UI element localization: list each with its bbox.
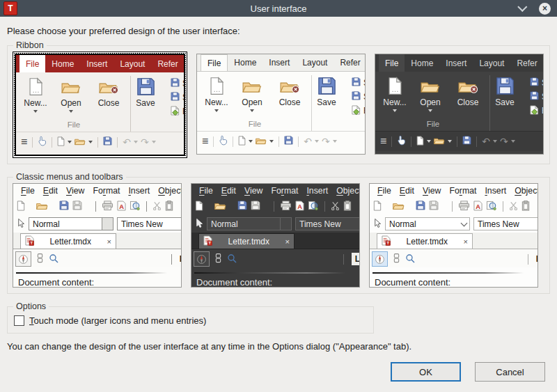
save-all-icon <box>171 92 180 103</box>
mini-save-all-button: Sa <box>171 92 185 103</box>
new-document-icon <box>416 136 424 148</box>
mini-quick-access-toolbar: ≡ ↶ ↷ <box>197 131 366 151</box>
mini-open-button: Open <box>233 74 271 120</box>
classic-preview-light[interactable]: File Edit View Format Insert Object A <box>13 183 182 288</box>
open-folder-icon <box>256 136 267 147</box>
intro-text: Please choose your preferred design of t… <box>7 26 550 36</box>
save-icon <box>136 75 155 98</box>
pdf-export-icon: A <box>473 201 483 213</box>
print-icon <box>280 201 292 213</box>
save-as-icon <box>171 78 180 89</box>
mini-standard-toolbar: A <box>370 198 538 215</box>
ruler-corner-fragment: L <box>536 254 538 264</box>
mini-menu-object: Object <box>332 186 360 196</box>
mini-object-toolbar: L <box>191 249 359 267</box>
save-icon <box>284 136 293 147</box>
mini-close-button: Close <box>90 75 127 120</box>
close-document-icon <box>458 75 478 97</box>
style-combobox: Normal <box>385 217 470 230</box>
mini-tab-home: Home <box>45 55 80 72</box>
cursor-arrow-icon <box>17 218 25 230</box>
ribbon-preview-row: File Home Insert Layout Refer New... Ope… <box>13 52 544 158</box>
new-document-icon <box>210 75 224 97</box>
checkbox-box[interactable] <box>14 315 24 326</box>
mini-format-toolbar: Normal Times New <box>191 215 360 233</box>
mini-tab-file: File <box>201 54 228 71</box>
mini-new-button: New... <box>200 74 233 120</box>
mini-ribbon-group-label: File <box>375 120 491 131</box>
mini-format-toolbar: Normal Times New <box>13 215 182 233</box>
navigate-compass-icon <box>372 251 388 267</box>
redo-icon: ↷ <box>500 136 508 146</box>
mini-standard-toolbar: A <box>13 198 182 215</box>
mini-save-as-button: Sa <box>530 77 544 88</box>
mini-tab-file: File <box>19 55 45 72</box>
new-document-icon <box>17 201 25 213</box>
pdf-export-icon: A <box>295 201 304 213</box>
cancel-button[interactable]: Cancel <box>475 362 545 382</box>
paste-clipboard-icon <box>521 201 530 213</box>
shade-button[interactable] <box>517 3 528 14</box>
save-icon <box>237 201 247 212</box>
save-all-icon <box>352 91 361 102</box>
undo-icon: ↶ <box>304 136 312 146</box>
mini-save-button: Save <box>127 75 164 120</box>
dropdown-arrow-icon <box>134 141 138 143</box>
ribbon-preview-colorful[interactable]: File Home Insert Layout Refer New... Ope… <box>13 52 187 158</box>
mini-epub-button: EP <box>352 105 366 117</box>
save-icon <box>496 75 515 97</box>
mini-tab-insert: Insert <box>80 55 113 72</box>
mini-open-button: Open <box>52 75 90 120</box>
dropdown-arrow-icon <box>68 141 72 143</box>
dropdown-arrow-icon <box>493 140 497 143</box>
mini-tab-insert: Insert <box>439 54 473 72</box>
touch-mode-checkbox[interactable]: Touch mode (larger icons and menu entrie… <box>13 313 368 327</box>
mini-menu-file: File <box>373 186 395 196</box>
dropdown-arrow-icon <box>33 110 38 113</box>
save-icon <box>416 201 425 212</box>
classic-preview-dark[interactable]: File Edit View Format Insert Object A <box>191 183 360 288</box>
svg-text:A: A <box>476 203 480 210</box>
classic-preview-modern[interactable]: File Edit View Format Insert Object A <box>369 183 538 288</box>
ribbon-separator <box>130 76 131 132</box>
save-all-icon <box>251 201 260 212</box>
mini-close-button: Close <box>271 74 308 120</box>
dropdown-arrow-icon <box>250 109 254 112</box>
ribbon-preview-dark[interactable]: File Home Insert Layout Refer New... Ope… <box>375 54 544 155</box>
new-document-icon <box>57 136 65 148</box>
save-as-icon <box>352 77 361 88</box>
mini-menu-view: View <box>62 186 88 196</box>
mini-document-tab: T Letter.tmdx × <box>377 233 473 249</box>
search-icon <box>405 253 415 265</box>
mini-save-button: Save <box>308 74 345 120</box>
mini-tab-references: Refer <box>510 54 543 72</box>
mini-tab-references: Refer <box>334 54 366 71</box>
mini-menu-insert: Insert <box>480 186 510 196</box>
ruler-corner-fragment: L <box>180 254 182 264</box>
cursor-arrow-icon <box>195 218 203 230</box>
ribbon-preview-light[interactable]: File Home Insert Layout Refer New... Ope… <box>196 54 366 155</box>
mini-new-button: New... <box>378 74 411 120</box>
mini-document-content: Document content: <box>370 274 538 287</box>
ok-button[interactable]: OK <box>391 362 461 382</box>
window-title: User interface <box>0 3 557 14</box>
open-folder-icon <box>434 136 445 147</box>
mini-ribbon-group-label: File <box>197 120 313 131</box>
close-button[interactable]: × <box>539 3 551 15</box>
mini-ribbon-tabbar: File Home Insert Layout Refer <box>197 54 366 72</box>
mini-quick-access-toolbar: ≡ ↶ ↷ <box>375 131 544 151</box>
mini-ribbon-ui: File Home Insert Layout Refer New... Ope… <box>15 54 185 156</box>
dropdown-arrow-icon <box>393 109 397 112</box>
redo-icon: ↷ <box>322 136 330 146</box>
print-icon <box>102 201 113 213</box>
svg-text:A: A <box>297 203 302 210</box>
mini-classic-ui: File Edit View Format Insert Object A <box>369 183 538 288</box>
hamburger-menu-icon: ≡ <box>202 136 208 147</box>
close-document-icon <box>99 75 118 98</box>
mini-document-tabbar: T Letter.tmdx × <box>13 233 182 249</box>
mini-tab-layout: Layout <box>473 54 510 72</box>
ribbon-separator <box>489 75 490 131</box>
redo-icon: ↷ <box>141 137 149 147</box>
footer-note: You can change the design of the user in… <box>7 341 550 352</box>
mini-save-as-button: Sa <box>171 78 185 89</box>
